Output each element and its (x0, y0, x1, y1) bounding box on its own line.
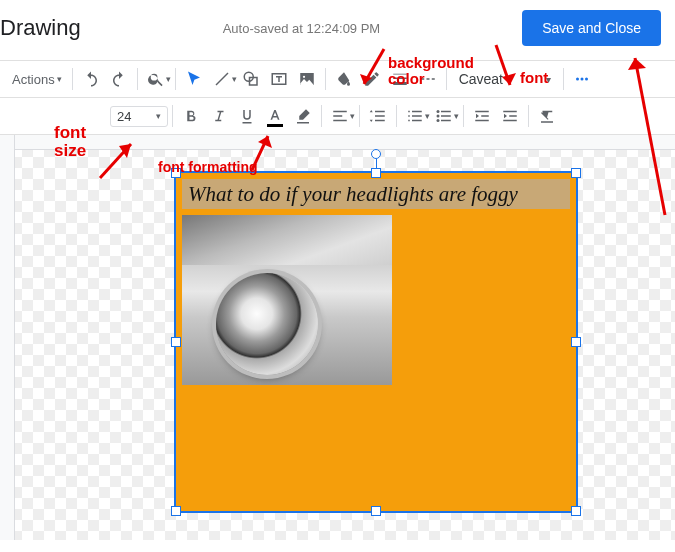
textbox-tool[interactable] (265, 65, 293, 93)
separator (446, 68, 447, 90)
separator (563, 68, 564, 90)
horizontal-ruler (0, 135, 675, 150)
svg-point-6 (580, 78, 583, 81)
border-dash-button[interactable] (414, 65, 442, 93)
vertical-ruler (0, 135, 15, 540)
line-spacing-button[interactable] (364, 102, 392, 130)
caret-down-icon: ▾ (57, 74, 62, 84)
more-options-button[interactable] (568, 65, 596, 93)
resize-handle-e[interactable] (571, 337, 581, 347)
actions-menu[interactable]: Actions▾ (6, 67, 68, 92)
separator (72, 68, 73, 90)
resize-handle-sw[interactable] (171, 506, 181, 516)
resize-handle-w[interactable] (171, 337, 181, 347)
separator (137, 68, 138, 90)
svg-point-5 (576, 78, 579, 81)
text-color-button[interactable] (261, 102, 289, 130)
fill-color-button[interactable] (330, 65, 358, 93)
clear-formatting-button[interactable] (533, 102, 561, 130)
increase-indent-button[interactable] (496, 102, 524, 130)
svg-point-4 (303, 76, 305, 78)
font-size-selector[interactable]: 24▾ (110, 106, 168, 127)
selected-shape[interactable]: What to do if your headlights are foggy (174, 171, 578, 513)
autosave-status: Auto-saved at 12:24:09 PM (223, 21, 381, 36)
underline-button[interactable] (233, 102, 261, 130)
decrease-indent-button[interactable] (468, 102, 496, 130)
dialog-title: Drawing (0, 15, 81, 41)
italic-button[interactable] (205, 102, 233, 130)
border-color-button[interactable] (358, 65, 386, 93)
svg-point-7 (585, 78, 588, 81)
embedded-image[interactable] (182, 215, 392, 385)
resize-handle-n[interactable] (371, 168, 381, 178)
svg-point-10 (437, 119, 440, 122)
list-caret-icon[interactable]: ▾ (454, 111, 459, 121)
line-caret-icon[interactable]: ▾ (232, 74, 237, 84)
save-and-close-button[interactable]: Save and Close (522, 10, 661, 46)
highlight-color-button[interactable] (289, 102, 317, 130)
drawing-canvas[interactable]: What to do if your headlights are foggy (0, 135, 675, 540)
redo-button[interactable] (105, 65, 133, 93)
image-tool[interactable] (293, 65, 321, 93)
separator (175, 68, 176, 90)
separator (528, 105, 529, 127)
resize-handle-ne[interactable] (571, 168, 581, 178)
undo-button[interactable] (77, 65, 105, 93)
shape-tool[interactable] (237, 65, 265, 93)
resize-handle-s[interactable] (371, 506, 381, 516)
separator (463, 105, 464, 127)
separator (325, 68, 326, 90)
separator (321, 105, 322, 127)
align-caret-icon[interactable]: ▾ (350, 111, 355, 121)
caret-down-icon: ▾ (156, 111, 161, 121)
border-weight-button[interactable] (386, 65, 414, 93)
rotate-handle[interactable] (371, 149, 381, 159)
shape-text-band[interactable]: What to do if your headlights are foggy (182, 179, 570, 209)
separator (172, 105, 173, 127)
select-tool[interactable] (180, 65, 208, 93)
svg-point-8 (437, 110, 440, 113)
caret-down-icon: ▾ (546, 74, 551, 85)
resize-handle-se[interactable] (571, 506, 581, 516)
zoom-caret-icon[interactable]: ▾ (166, 74, 171, 84)
resize-handle-nw[interactable] (171, 168, 181, 178)
bold-button[interactable] (177, 102, 205, 130)
shape-text: What to do if your headlights are foggy (188, 182, 518, 207)
svg-point-9 (437, 115, 440, 118)
separator (359, 105, 360, 127)
font-family-selector[interactable]: Caveat▾ (451, 68, 559, 90)
separator (396, 105, 397, 127)
